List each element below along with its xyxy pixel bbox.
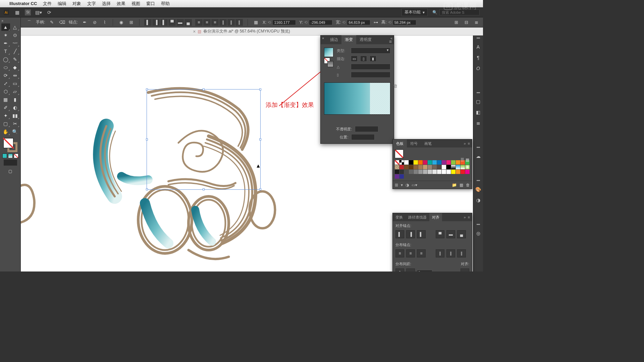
artboard-tool[interactable]: ▢ xyxy=(1,120,10,127)
new-swatch-icon[interactable]: ▦ xyxy=(460,183,463,187)
free-transform-tool[interactable]: ▭ xyxy=(11,80,19,87)
dist-v-spacing-btn[interactable]: ⇕ xyxy=(395,268,404,272)
menu-view[interactable]: 视图 xyxy=(131,1,140,7)
tab-swatches[interactable]: 色板 xyxy=(393,139,407,148)
gradient-panel[interactable]: × « 描边 渐变 透明度 ≡ 类型:▾ 描边: ▭ ▯ ▮ △ ▯ xyxy=(320,35,394,144)
pen-tool[interactable]: ✒ xyxy=(1,40,10,47)
toolbox-close-icon[interactable]: × xyxy=(0,19,5,23)
swatches-panel[interactable]: 色板 符号 画笔 »≡ ☰▦ xyxy=(392,139,472,189)
arrange-docs-icon[interactable]: ▤▾ xyxy=(36,9,42,15)
search-input[interactable] xyxy=(439,9,480,15)
align-vcenter-btn[interactable]: ▬ xyxy=(446,230,455,238)
stroke-mode2-icon[interactable]: ▯ xyxy=(360,56,367,62)
menu-select[interactable]: 选择 xyxy=(102,1,111,7)
ctrl-ext1-icon[interactable]: ⊞ xyxy=(453,19,460,26)
y-input[interactable] xyxy=(309,20,332,25)
swatch-grid[interactable] xyxy=(395,160,470,179)
tab-gradient[interactable]: 渐变 xyxy=(341,35,356,44)
workspace-switcher[interactable]: 基本功能▾ xyxy=(401,8,428,16)
swatch-lib-icon[interactable]: ⊞ xyxy=(395,183,398,187)
dist-left-btn[interactable]: ∥ xyxy=(436,249,444,257)
align-hcenter-icon[interactable]: ▐ xyxy=(152,19,160,26)
panel-close-icon[interactable]: × xyxy=(322,36,324,40)
menu-window[interactable]: 窗口 xyxy=(146,1,155,7)
dist-h2-icon[interactable]: ≡ xyxy=(203,19,211,26)
align-to-select[interactable]: ▭▾ xyxy=(461,268,469,272)
gpu-icon[interactable]: ⟳ xyxy=(46,9,52,15)
align-panel[interactable]: 变换 路径查找器 对齐 »≡ 对齐锚点: ▌ ▐ ▌ ▀ ▬ ▄ 分布锚点: ≡… xyxy=(392,213,472,272)
direct-selection-tool[interactable]: △ xyxy=(11,23,19,31)
menu-object[interactable]: 对象 xyxy=(72,1,81,7)
gradient-type-select[interactable]: ▾ xyxy=(351,48,390,54)
selection-tool[interactable]: ▲ xyxy=(1,23,10,31)
menu-effect[interactable]: 效果 xyxy=(117,1,125,7)
swatch-none[interactable] xyxy=(395,160,399,165)
dist-bottom-btn[interactable]: ≡ xyxy=(417,249,426,257)
menu-help[interactable]: 帮助 xyxy=(161,1,170,7)
stock-icon[interactable]: St xyxy=(25,9,31,15)
dist-h1-icon[interactable]: ≡ xyxy=(195,19,203,26)
align-right-btn[interactable]: ▌ xyxy=(417,230,426,238)
swatch-registration[interactable] xyxy=(399,160,404,165)
artboards-panel-icon[interactable]: ▢ xyxy=(475,98,482,105)
edit-toolbar-icon[interactable]: ▢ xyxy=(6,168,15,175)
slice-tool[interactable]: ✂ xyxy=(11,120,19,127)
bridge-icon[interactable]: ▦ xyxy=(14,9,20,15)
stroke-mode1-icon[interactable]: ▭ xyxy=(351,56,358,62)
hand-tool[interactable]: ✋ xyxy=(1,128,10,135)
opentype-panel-icon[interactable]: O xyxy=(475,65,482,72)
appearance-panel-icon[interactable]: ◎ xyxy=(475,230,482,237)
anchor-pen-icon[interactable]: ✒ xyxy=(81,19,88,26)
document-tab[interactable]: × ▧ 春分演示文件.ai* @ 567.64% (CMYK/GPU 预览) xyxy=(0,27,483,36)
libraries-panel-icon[interactable]: ☁ xyxy=(475,153,482,160)
ctrl-menu-icon[interactable]: ≣ xyxy=(473,19,480,26)
ellipse-tool[interactable]: ◯ xyxy=(1,56,10,63)
align-right-icon[interactable]: ▌ xyxy=(160,19,168,26)
gradient-angle-input[interactable] xyxy=(351,64,390,70)
ref-point-icon[interactable]: ▦ xyxy=(253,19,259,26)
dist-right-btn[interactable]: ∥ xyxy=(457,249,466,257)
app-name[interactable]: Illustrator CC xyxy=(9,1,37,6)
dist-hcenter-btn[interactable]: ∥ xyxy=(446,249,455,257)
shape-builder-tool[interactable]: ⬡ xyxy=(1,88,10,95)
tab-align[interactable]: 对齐 xyxy=(429,213,442,222)
asset-panel-icon[interactable]: ◧ xyxy=(475,109,482,116)
swatch-options-icon[interactable]: ◑ xyxy=(406,183,409,187)
list-view-icon[interactable]: ☰ xyxy=(461,158,464,162)
fill-swatch[interactable] xyxy=(3,138,13,148)
screen-mode[interactable] xyxy=(4,160,17,166)
reflect-tool[interactable]: ⇔ xyxy=(11,72,19,79)
x-input[interactable] xyxy=(272,20,296,25)
selection-bounding-box[interactable] xyxy=(147,89,261,190)
new-group-icon[interactable]: 📁 xyxy=(452,183,457,187)
mode-color[interactable] xyxy=(2,154,7,158)
align-top-btn[interactable]: ▀ xyxy=(436,230,444,238)
align-bottom-btn[interactable]: ▄ xyxy=(457,230,466,238)
delete-stop-icon[interactable]: 🗑 xyxy=(393,83,397,88)
tab-symbols[interactable]: 符号 xyxy=(407,139,421,148)
dist-v2-icon[interactable]: ∥ xyxy=(227,19,235,26)
gradient-tool[interactable]: ▮ xyxy=(11,96,19,103)
mode-gradient[interactable] xyxy=(8,154,13,158)
panel-collapse-icon[interactable]: « xyxy=(390,36,392,40)
dist-top-btn[interactable]: ≡ xyxy=(395,249,404,257)
align-left-btn[interactable]: ▌ xyxy=(395,230,404,238)
character-panel-icon[interactable]: A xyxy=(475,43,482,51)
curvature-tool[interactable]: 〰 xyxy=(11,40,19,47)
h-input[interactable] xyxy=(393,20,416,25)
paragraph-panel-icon[interactable]: ¶ xyxy=(475,54,482,61)
stroke-mode3-icon[interactable]: ▮ xyxy=(370,56,376,62)
dist-h-spacing-btn[interactable]: ⇔ xyxy=(406,268,415,272)
menu-edit[interactable]: 编辑 xyxy=(58,1,66,7)
anchor-connect-icon[interactable]: ⌇ xyxy=(101,19,108,26)
mesh-tool[interactable]: ▦ xyxy=(1,96,10,103)
gradient-swatch[interactable] xyxy=(324,48,333,57)
w-input[interactable] xyxy=(347,20,370,25)
tab-brushes[interactable]: 画笔 xyxy=(421,139,435,148)
swatch-group-icon[interactable]: ▭▾ xyxy=(412,183,417,187)
dist-vcenter-btn[interactable]: ≡ xyxy=(406,249,415,257)
color-panel-icon[interactable]: 🎨 xyxy=(475,186,482,193)
isolate-icon[interactable]: ◉ xyxy=(118,19,124,26)
ai-logo-icon[interactable]: Ai xyxy=(3,9,9,15)
handle-remove-icon[interactable]: ⌫ xyxy=(59,19,65,26)
